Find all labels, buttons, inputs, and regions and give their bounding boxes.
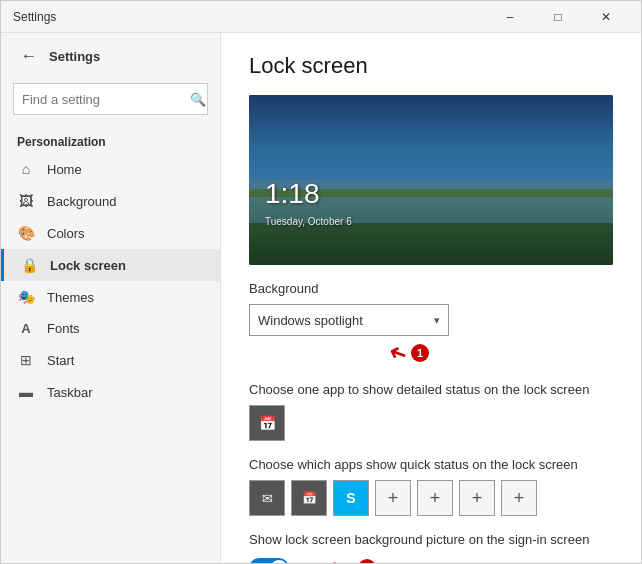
- skype-icon-box[interactable]: S: [333, 480, 369, 516]
- dropdown-value: Windows spotlight: [258, 313, 363, 328]
- sidebar-label-colors: Colors: [47, 226, 85, 241]
- title-bar-controls: – □ ✕: [487, 1, 629, 33]
- close-button[interactable]: ✕: [583, 1, 629, 33]
- window-title: Settings: [13, 10, 487, 24]
- sidebar-item-colors[interactable]: 🎨 Colors: [1, 217, 220, 249]
- annotation-arrow-2: ➜: [322, 553, 348, 563]
- maximize-button[interactable]: □: [535, 1, 581, 33]
- dropdown-wrapper: Windows spotlight ▾: [249, 304, 613, 336]
- toggle-knob: [271, 560, 287, 563]
- sidebar-item-lock-screen[interactable]: 🔒 Lock screen: [1, 249, 220, 281]
- sidebar-app-title: Settings: [49, 49, 100, 64]
- annotation-arrow-1: ➜: [385, 338, 411, 369]
- main-content: Lock screen 1:18 Tuesday, October 6 Back…: [221, 33, 641, 563]
- show-bg-label: Show lock screen background picture on t…: [249, 532, 613, 547]
- sidebar-item-themes[interactable]: 🎭 Themes: [1, 281, 220, 313]
- background-label: Background: [249, 281, 613, 296]
- plus-icon-3: +: [472, 488, 483, 509]
- sidebar: ← Settings 🔍 Personalization ⌂ Home 🖼 Ba…: [1, 33, 221, 563]
- settings-window: Settings – □ ✕ ← Settings 🔍 Personalizat…: [0, 0, 642, 564]
- search-icon: 🔍: [190, 92, 206, 107]
- sidebar-label-taskbar: Taskbar: [47, 385, 93, 400]
- start-icon: ⊞: [17, 352, 35, 368]
- sidebar-label-background: Background: [47, 194, 116, 209]
- sidebar-item-home[interactable]: ⌂ Home: [1, 153, 220, 185]
- search-input[interactable]: [22, 92, 190, 107]
- chevron-down-icon: ▾: [434, 314, 440, 327]
- search-box[interactable]: 🔍: [13, 83, 208, 115]
- sidebar-item-taskbar[interactable]: ▬ Taskbar: [1, 376, 220, 408]
- plus-icon-4: +: [514, 488, 525, 509]
- fonts-icon: A: [17, 321, 35, 336]
- lock-screen-preview: 1:18 Tuesday, October 6: [249, 95, 613, 265]
- annotation-1-group: ➜ 1: [249, 340, 613, 366]
- choose-one-app-section: Choose one app to show detailed status o…: [249, 382, 613, 441]
- calendar-icon: 📅: [259, 415, 276, 431]
- back-button[interactable]: ←: [17, 45, 41, 67]
- taskbar-icon: ▬: [17, 384, 35, 400]
- plus-icon-box-3[interactable]: +: [459, 480, 495, 516]
- choose-one-app-icons: 📅: [249, 405, 613, 441]
- sidebar-item-fonts[interactable]: A Fonts: [1, 313, 220, 344]
- toggle-row: On ➜ 2: [249, 555, 613, 563]
- plus-icon-2: +: [430, 488, 441, 509]
- home-icon: ⌂: [17, 161, 35, 177]
- choose-one-app-label: Choose one app to show detailed status o…: [249, 382, 613, 397]
- quick-status-icons: ✉ 📅 S + + +: [249, 480, 613, 516]
- content-area: ← Settings 🔍 Personalization ⌂ Home 🖼 Ba…: [1, 33, 641, 563]
- personalization-label: Personalization: [1, 123, 220, 153]
- sidebar-label-start: Start: [47, 353, 74, 368]
- show-bg-section: Show lock screen background picture on t…: [249, 532, 613, 563]
- plus-icon-box-2[interactable]: +: [417, 480, 453, 516]
- plus-icon-box-1[interactable]: +: [375, 480, 411, 516]
- annotation-number-1: 1: [411, 344, 429, 362]
- calendar-2-icon: 📅: [302, 491, 317, 505]
- lock-icon: 🔒: [20, 257, 38, 273]
- minimize-button[interactable]: –: [487, 1, 533, 33]
- sidebar-label-themes: Themes: [47, 290, 94, 305]
- sidebar-label-home: Home: [47, 162, 82, 177]
- themes-icon: 🎭: [17, 289, 35, 305]
- colors-icon: 🎨: [17, 225, 35, 241]
- toggle-label: On: [299, 561, 316, 564]
- plus-icon-1: +: [388, 488, 399, 509]
- calendar-2-icon-box[interactable]: 📅: [291, 480, 327, 516]
- mail-icon-box[interactable]: ✉: [249, 480, 285, 516]
- choose-apps-section: Choose which apps show quick status on t…: [249, 457, 613, 516]
- choose-apps-label: Choose which apps show quick status on t…: [249, 457, 613, 472]
- annotation-number-2: 2: [358, 559, 376, 563]
- preview-time: 1:18: [265, 178, 320, 210]
- page-title: Lock screen: [249, 53, 613, 79]
- background-icon: 🖼: [17, 193, 35, 209]
- mail-icon: ✉: [262, 491, 273, 506]
- sidebar-label-fonts: Fonts: [47, 321, 80, 336]
- preview-date: Tuesday, October 6: [265, 216, 352, 227]
- sidebar-item-start[interactable]: ⊞ Start: [1, 344, 220, 376]
- title-bar: Settings – □ ✕: [1, 1, 641, 33]
- calendar-icon-box[interactable]: 📅: [249, 405, 285, 441]
- sidebar-label-lock-screen: Lock screen: [50, 258, 126, 273]
- background-dropdown[interactable]: Windows spotlight ▾: [249, 304, 449, 336]
- show-bg-toggle[interactable]: [249, 558, 289, 563]
- sidebar-item-background[interactable]: 🖼 Background: [1, 185, 220, 217]
- plus-icon-box-4[interactable]: +: [501, 480, 537, 516]
- skype-icon: S: [346, 490, 355, 506]
- sidebar-header: ← Settings: [1, 33, 220, 75]
